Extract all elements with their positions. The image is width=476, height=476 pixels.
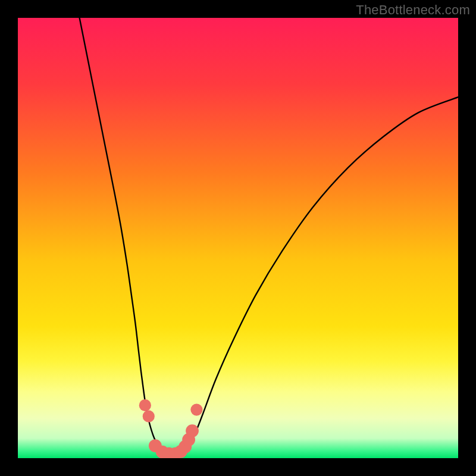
right-branch-curve — [181, 97, 458, 453]
data-markers — [139, 399, 203, 458]
left-branch-curve — [80, 18, 168, 455]
marker-dot — [143, 411, 155, 422]
curve-layer — [18, 18, 458, 458]
marker-dot — [190, 403, 202, 415]
watermark-label: TheBottleneck.com — [356, 2, 470, 18]
plot-area — [18, 18, 458, 458]
chart-frame: TheBottleneck.com — [0, 0, 476, 476]
marker-dot — [186, 424, 199, 437]
marker-dot — [139, 399, 151, 411]
